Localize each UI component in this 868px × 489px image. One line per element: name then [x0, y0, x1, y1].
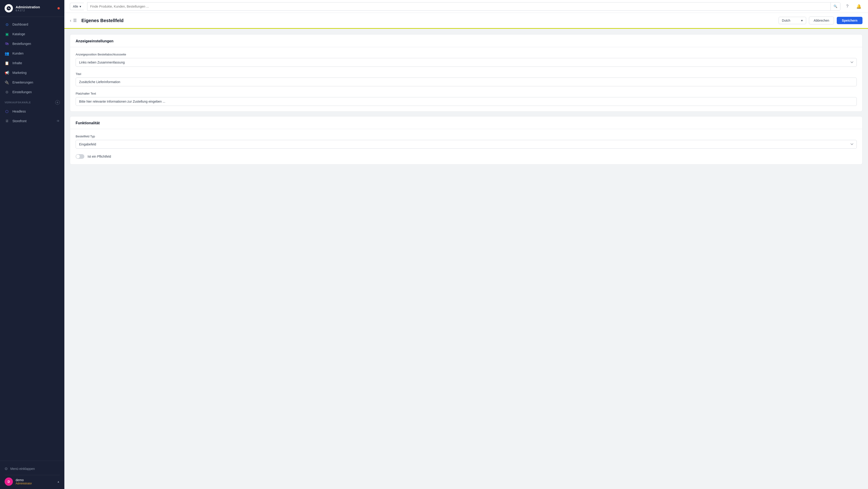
sidebar-item-label: Bestellungen — [12, 42, 31, 46]
sidebar-item-marketing[interactable]: 📢 Marketing — [0, 68, 64, 78]
eye-icon: 👁 — [57, 119, 60, 123]
sidebar-item-kataloge[interactable]: ▣ Kataloge — [0, 29, 64, 39]
sidebar-item-label: Inhalte — [12, 61, 22, 65]
sidebar-item-erweiterungen[interactable]: 🔌 Erweiterungen — [0, 78, 64, 87]
kunden-icon: 👥 — [5, 51, 9, 56]
sidebar-item-label: Storefront — [12, 119, 26, 123]
page-header-nav: ‹ ☰ — [70, 18, 77, 23]
language-selector[interactable]: Dutch ▾ — [779, 17, 806, 24]
placeholder-group: Platzhalter Text — [75, 92, 857, 106]
status-dot — [58, 7, 60, 9]
add-sales-channel-button[interactable]: + — [55, 100, 60, 105]
anzeigeeinstellungen-body: Anzeigeposition Bestellabschlussseite Li… — [70, 47, 862, 111]
anzeigeeinstellungen-card: Anzeigeeinstellungen Anzeigeposition Bes… — [70, 34, 863, 112]
chevron-down-icon: ▾ — [801, 19, 803, 22]
required-label: Ist ein Pflichtfeld — [88, 155, 111, 158]
sidebar-nav: ⊙ Dashboard ▣ Kataloge 🛍 Bestellungen 👥 … — [0, 17, 64, 461]
bell-icon: 🔔 — [856, 4, 861, 9]
search-icon: 🔍 — [834, 5, 837, 8]
sidebar-item-label: Marketing — [12, 71, 26, 75]
chevron-up-icon: ▲ — [57, 480, 60, 483]
required-toggle[interactable] — [75, 154, 84, 159]
cancel-button[interactable]: Abbrechen — [809, 17, 834, 24]
notifications-button[interactable]: 🔔 — [855, 3, 863, 10]
topbar-icons: ? 🔔 — [844, 3, 863, 10]
funktionalitaet-body: Bestellfeld Typ Eingabefeld Textfeld Aus… — [70, 129, 862, 164]
sales-channels-section: Verkaufskanäle + — [0, 97, 64, 107]
sidebar-item-label: Einstellungen — [12, 90, 32, 94]
required-toggle-row: Ist ein Pflichtfeld — [75, 154, 857, 159]
sidebar-item-inhalte[interactable]: 📋 Inhalte — [0, 58, 64, 68]
inhalte-icon: 📋 — [5, 61, 9, 65]
sidebar-item-label: Kunden — [12, 52, 24, 55]
funktionalitaet-title: Funktionalität — [70, 116, 862, 129]
marketing-icon: 📢 — [5, 70, 9, 75]
sidebar-header: Administration 6.4.17.2 — [0, 0, 64, 17]
placeholder-input[interactable] — [75, 97, 857, 106]
sidebar-item-headless[interactable]: ⬡ Headless — [0, 107, 64, 116]
sidebar-item-label: Headless — [12, 110, 26, 113]
app-logo — [5, 4, 13, 12]
user-info: demo Administrator — [16, 478, 54, 485]
search-submit-button[interactable]: 🔍 — [831, 3, 840, 10]
sidebar-item-label: Erweiterungen — [12, 81, 33, 84]
help-icon: ? — [846, 4, 848, 9]
type-select[interactable]: Eingabefeld Textfeld Auswahlliste Kontro… — [75, 140, 857, 149]
sidebar-title-block: Administration 6.4.17.2 — [16, 5, 55, 12]
sidebar-item-bestellungen[interactable]: 🛍 Bestellungen — [0, 39, 64, 49]
funktionalitaet-card: Funktionalität Bestellfeld Typ Eingabefe… — [70, 116, 863, 165]
save-button[interactable]: Speichern — [837, 17, 863, 24]
dashboard-icon: ⊙ — [5, 22, 9, 27]
anzeigeeinstellungen-title: Anzeigeeinstellungen — [70, 34, 862, 47]
erweiterungen-icon: 🔌 — [5, 80, 9, 85]
help-button[interactable]: ? — [844, 3, 851, 10]
search-input-wrap: 🔍 — [87, 2, 840, 10]
topbar: Alle ▾ 🔍 ? 🔔 — [64, 0, 868, 13]
avatar: D — [5, 478, 13, 486]
storefront-icon: 🖥 — [5, 119, 9, 123]
sidebar-footer: ⊙ Menü einklappen D demo Administrator ▲ — [0, 461, 64, 489]
list-view-button[interactable]: ☰ — [73, 18, 77, 23]
page-title: Eigenes Bestellfeld — [81, 18, 123, 23]
title-input[interactable] — [75, 78, 857, 86]
title-group: Titel — [75, 72, 857, 86]
chevron-down-icon: ▾ — [80, 5, 81, 8]
collapse-menu-button[interactable]: ⊙ Menü einklappen — [5, 464, 60, 473]
kataloge-icon: ▣ — [5, 32, 9, 36]
sidebar-item-kunden[interactable]: 👥 Kunden — [0, 49, 64, 58]
sidebar: Administration 6.4.17.2 ⊙ Dashboard ▣ Ka… — [0, 0, 64, 489]
einstellungen-icon: ⚙ — [5, 90, 9, 94]
headless-icon: ⬡ — [5, 109, 9, 114]
page-header: ‹ ☰ Eigenes Bestellfeld Dutch ▾ Abbreche… — [64, 13, 868, 29]
header-actions: Dutch ▾ Abbrechen Speichern — [779, 17, 863, 24]
app-version: 6.4.17.2 — [16, 9, 55, 12]
type-group: Bestellfeld Typ Eingabefeld Textfeld Aus… — [75, 135, 857, 149]
content-area: Anzeigeeinstellungen Anzeigeposition Bes… — [64, 29, 868, 489]
main-area: Alle ▾ 🔍 ? 🔔 ‹ ☰ Eigenes Bestellfeld D — [64, 0, 868, 489]
position-select[interactable]: Links neben Zusammenfassung Rechts neben… — [75, 58, 857, 67]
user-role: Administrator — [16, 482, 54, 485]
sidebar-item-label: Kataloge — [12, 32, 25, 36]
user-name: demo — [16, 478, 54, 482]
search-filter-dropdown[interactable]: Alle ▾ — [70, 3, 84, 10]
sidebar-item-dashboard[interactable]: ⊙ Dashboard — [0, 20, 64, 29]
placeholder-label: Platzhalter Text — [75, 92, 857, 95]
user-bar: D demo Administrator ▲ — [5, 475, 60, 486]
sidebar-item-einstellungen[interactable]: ⚙ Einstellungen — [0, 87, 64, 97]
collapse-icon: ⊙ — [5, 466, 8, 471]
title-label: Titel — [75, 72, 857, 76]
position-label: Anzeigeposition Bestellabschlussseite — [75, 53, 857, 56]
search-input[interactable] — [87, 3, 831, 10]
type-label: Bestellfeld Typ — [75, 135, 857, 138]
sidebar-item-storefront[interactable]: 🖥 Storefront 👁 — [0, 116, 64, 126]
sidebar-item-label: Dashboard — [12, 23, 28, 26]
app-name: Administration — [16, 5, 55, 9]
back-button[interactable]: ‹ — [70, 18, 71, 23]
bestellungen-icon: 🛍 — [5, 41, 9, 46]
position-group: Anzeigeposition Bestellabschlussseite Li… — [75, 53, 857, 67]
